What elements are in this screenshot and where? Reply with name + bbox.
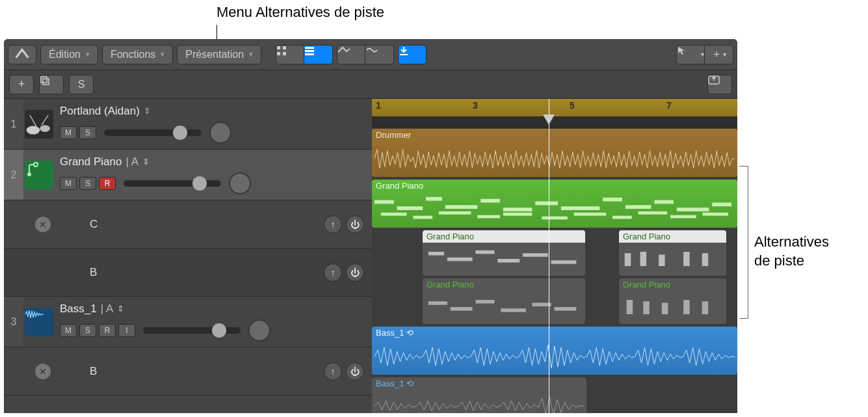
region-piano[interactable]: Grand Piano — [372, 180, 737, 228]
midi-icon[interactable] — [25, 161, 53, 189]
callout-right-line2: de piste — [754, 252, 804, 269]
region-piano-alt[interactable]: Grand Piano — [619, 278, 726, 324]
chevron-down-icon: ▾ — [86, 50, 90, 59]
region-label: Grand Piano — [372, 180, 737, 192]
promote-alternative-icon[interactable]: ↑ — [324, 362, 342, 381]
svg-rect-32 — [503, 213, 533, 216]
timeline-ruler[interactable]: 1 3 5 7 — [372, 99, 737, 117]
view-grid-button[interactable] — [276, 45, 304, 64]
svg-rect-26 — [677, 208, 709, 211]
track-alternative-row[interactable]: ✕ C ↑ ⏻ — [4, 200, 372, 249]
region-label: Grand Piano — [423, 230, 585, 243]
track-alternatives-menu-icon[interactable]: ⇕ — [144, 106, 151, 116]
svg-rect-30 — [439, 211, 471, 215]
promote-alternative-icon[interactable]: ↑ — [324, 263, 342, 282]
view-list-button[interactable] — [304, 45, 333, 64]
fader-knob[interactable] — [173, 126, 187, 140]
svg-rect-16 — [397, 206, 423, 210]
volume-fader[interactable] — [124, 180, 221, 187]
duplicate-track-button[interactable] — [39, 75, 64, 94]
plus-icon: ＋ — [711, 47, 722, 61]
solo-button[interactable]: S — [79, 126, 96, 139]
menu-functions-label: Fonctions — [111, 49, 155, 61]
power-alternative-icon[interactable]: ⏻ — [346, 215, 364, 234]
alternative-label: B — [90, 365, 324, 378]
region-piano-alt[interactable]: Grand Piano — [423, 230, 585, 276]
region-piano-alt[interactable]: Grand Piano — [423, 278, 585, 324]
automation-button[interactable] — [337, 45, 365, 64]
svg-rect-25 — [654, 200, 674, 204]
power-alternative-icon[interactable]: ⏻ — [346, 263, 364, 282]
mute-button[interactable]: M — [60, 126, 77, 139]
svg-rect-21 — [535, 202, 558, 206]
svg-line-12 — [30, 114, 36, 126]
pointer-tool-button[interactable]: ▾ — [676, 45, 705, 64]
global-solo-button[interactable]: S — [69, 75, 94, 94]
fader-knob[interactable] — [192, 176, 207, 191]
track-name: Bass_1 — [60, 303, 97, 316]
track-alternatives-menu-icon[interactable]: ⇕ — [142, 157, 150, 167]
svg-rect-53 — [501, 308, 526, 312]
region-label: Bass_1 ⟲ — [372, 327, 737, 339]
track-alternative-row[interactable]: ✕ B ↑ ⏻ — [4, 347, 372, 396]
second-tool-button[interactable]: ＋ ▾ — [705, 45, 733, 64]
menu-presentation[interactable]: Présentation▾ — [177, 45, 261, 64]
pan-knob[interactable] — [209, 122, 231, 144]
track-alternatives-menu-icon[interactable]: ⇕ — [117, 304, 124, 314]
record-enable-button[interactable]: R — [99, 324, 116, 337]
flex-button[interactable] — [365, 45, 394, 64]
pan-knob[interactable] — [229, 172, 251, 195]
power-alternative-icon[interactable]: ⏻ — [346, 362, 364, 381]
region-piano-alt[interactable]: Grand Piano — [619, 230, 726, 276]
volume-fader[interactable] — [143, 327, 241, 334]
track-toolbar: + S — [4, 70, 737, 99]
close-alternatives-icon[interactable]: ✕ — [35, 217, 51, 232]
callout-right-label: Alternatives de piste — [754, 233, 829, 270]
svg-rect-7 — [41, 77, 47, 83]
svg-rect-49 — [702, 253, 709, 266]
mute-button[interactable]: M — [60, 324, 77, 337]
region-bass[interactable]: Bass_1 ⟲ — [372, 327, 737, 375]
volume-fader[interactable] — [104, 129, 202, 136]
add-track-button[interactable]: + — [9, 75, 34, 94]
fader-knob[interactable] — [212, 323, 226, 338]
track-alternative-row[interactable]: B ↑ ⏻ — [4, 249, 372, 297]
chevron-down-icon: ▾ — [701, 51, 704, 58]
solo-label: S — [78, 79, 85, 90]
svg-rect-36 — [638, 211, 668, 215]
back-up-icon[interactable] — [8, 45, 36, 64]
svg-rect-33 — [542, 217, 568, 220]
track-name: Grand Piano — [60, 155, 122, 168]
record-enable-button[interactable]: R — [99, 177, 116, 190]
menu-functions[interactable]: Fonctions▾ — [102, 45, 173, 64]
playhead[interactable] — [549, 99, 549, 413]
waveform-icon — [375, 392, 584, 413]
menu-edit[interactable]: Édition▾ — [40, 45, 98, 64]
svg-point-14 — [27, 172, 31, 176]
svg-rect-56 — [627, 300, 633, 314]
svg-rect-24 — [625, 205, 651, 209]
promote-alternative-icon[interactable]: ↑ — [324, 215, 342, 234]
close-alternatives-icon[interactable]: ✕ — [35, 364, 51, 379]
region-bass-alt[interactable]: Bass_1 ⟲ — [372, 377, 586, 413]
chevron-down-icon: ▾ — [249, 50, 253, 59]
arrange-area[interactable]: 1 3 5 7 Drummer — [372, 99, 737, 413]
region-label: Grand Piano — [619, 230, 726, 243]
svg-rect-28 — [381, 213, 407, 216]
input-monitor-button[interactable]: I — [118, 324, 135, 337]
solo-button[interactable]: S — [79, 177, 96, 190]
ruler-tick: 5 — [570, 100, 575, 111]
catch-playhead-button[interactable] — [398, 45, 427, 64]
svg-rect-3 — [283, 52, 286, 55]
mute-button[interactable]: M — [60, 177, 77, 190]
svg-rect-0 — [277, 46, 280, 49]
pan-knob[interactable] — [248, 319, 270, 342]
view-options-button[interactable] — [707, 75, 732, 94]
svg-rect-52 — [475, 300, 494, 304]
loop-icon: ⟲ — [406, 328, 414, 338]
solo-button[interactable]: S — [79, 324, 96, 337]
svg-rect-19 — [480, 199, 500, 203]
drums-icon[interactable] — [25, 110, 53, 139]
region-drummer[interactable]: Drummer — [372, 129, 737, 177]
audio-icon[interactable] — [25, 308, 53, 336]
